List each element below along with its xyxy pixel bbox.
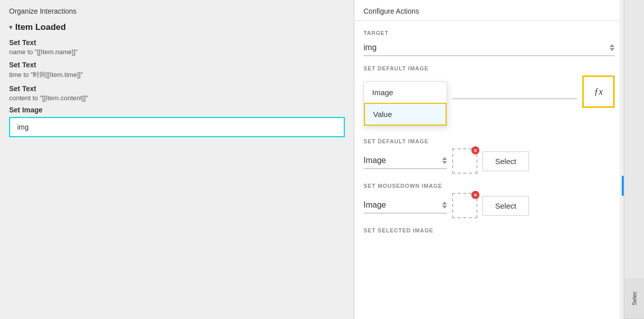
far-right-select-label: Selec [624, 278, 644, 319]
mousedown-image-dropdown-text: Image [364, 201, 442, 210]
left-panel-title: Organize Interactions [0, 0, 354, 20]
default-image-select-button[interactable]: Select [482, 151, 529, 171]
action-item-4: Set Image [9, 106, 345, 114]
default-image-dropdown[interactable]: Image [364, 153, 447, 169]
scrollbar-track [620, 0, 624, 319]
default-img-spinner-down-icon [442, 161, 447, 164]
mousedown-image-spinner[interactable] [442, 202, 447, 209]
mousedown-img-spinner-down-icon [442, 206, 447, 209]
target-section-label: TARGET [364, 30, 615, 36]
default-image-row: Image Select [364, 148, 615, 174]
spinner-down-icon [610, 48, 615, 51]
value-dropdown-menu: Image Value [364, 82, 447, 126]
default-img-spinner-up-icon [442, 157, 447, 160]
mousedown-image-label: SET MOUSEDOWN IMAGE [364, 183, 615, 189]
action-item-2: Set Text time to "时间[[Item.time]]" [9, 60, 345, 79]
fx-label: ƒx [594, 87, 603, 97]
action-desc-3: content to "[[Item.content]]" [9, 94, 345, 102]
default-image-close-button[interactable] [471, 146, 479, 154]
default-image-dropdown-text: Image [364, 156, 442, 165]
chevron-down-icon: ▾ [9, 24, 12, 31]
selected-image-label: SET SELECTED IMAGE [364, 227, 615, 233]
dropdown-option-image[interactable]: Image [364, 82, 447, 103]
left-panel: Organize Interactions ▾ Item Loaded Set … [0, 0, 354, 319]
interaction-header[interactable]: ▾ Item Loaded [9, 22, 345, 32]
action-desc-1: name to "[[Item.name]]" [9, 48, 345, 56]
target-select-value: img [364, 43, 610, 52]
action-item-1: Set Text name to "[[Item.name]]" [9, 37, 345, 56]
default-image-label: SET DEFAULT IMAGE [364, 138, 615, 144]
target-spinner[interactable] [610, 44, 615, 51]
far-right-panel: Selec [624, 0, 644, 319]
default-image-placeholder [452, 148, 477, 174]
right-panel: Configure Actions TARGET img SET DEFAULT… [354, 0, 624, 319]
interaction-group: ▾ Item Loaded Set Text name to "[[Item.n… [0, 20, 354, 137]
selected-image-section: SET SELECTED IMAGE [364, 227, 615, 233]
action-desc-2: time to "时间[[Item.time]]" [9, 70, 345, 79]
action-label-2: Set Text [9, 60, 345, 70]
value-input[interactable] [452, 84, 577, 99]
interaction-name: Item Loaded [15, 22, 66, 32]
mousedown-img-spinner-up-icon [442, 202, 447, 205]
dropdown-option-value[interactable]: Value [364, 103, 447, 126]
set-default-section: SET DEFAULT IMAGE Value ƒx [364, 65, 615, 108]
mousedown-image-placeholder [452, 193, 477, 218]
mousedown-image-dropdown[interactable]: Image [364, 197, 447, 214]
mousedown-image-row: Image Select [364, 193, 615, 218]
set-default-label: SET DEFAULT IMAGE [364, 65, 615, 71]
default-image-section: SET DEFAULT IMAGE Image Select [364, 138, 615, 174]
configure-content: TARGET img SET DEFAULT IMAGE Value [354, 21, 624, 319]
target-select[interactable]: img [364, 40, 615, 56]
selected-action-item[interactable]: img [9, 117, 345, 137]
fx-button[interactable]: ƒx [582, 75, 615, 108]
action-label-1: Set Text [9, 37, 345, 48]
default-image-spinner[interactable] [442, 157, 447, 164]
mousedown-image-select-button[interactable]: Select [482, 196, 529, 216]
spinner-up-icon [610, 44, 615, 47]
action-item-3: Set Text content to "[[Item.content]]" [9, 84, 345, 102]
mousedown-image-section: SET MOUSEDOWN IMAGE Image Select [364, 183, 615, 218]
action-label-4: Set Image [9, 106, 345, 114]
mousedown-image-close-button[interactable] [471, 191, 479, 199]
action-label-3: Set Text [9, 84, 345, 94]
right-panel-title: Configure Actions [354, 0, 624, 21]
